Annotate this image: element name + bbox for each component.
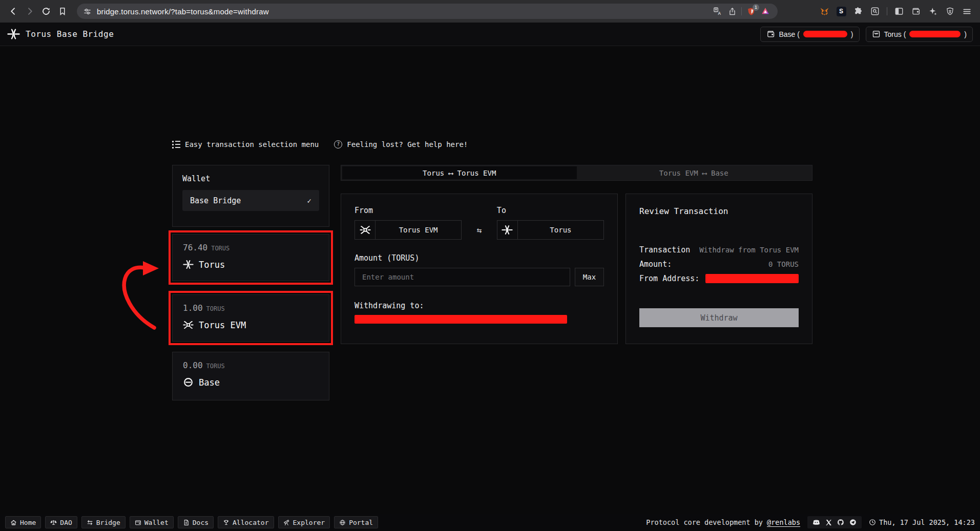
torus-balance: 76.40TORUS xyxy=(183,243,319,252)
leo-ai-icon[interactable] xyxy=(926,5,940,18)
review-row-transaction: Transaction Withdraw from Torus EVM xyxy=(639,245,799,254)
sidebar-icon[interactable] xyxy=(892,5,906,18)
bookmark-icon[interactable] xyxy=(54,3,71,19)
tab-torus-torus-evm[interactable]: Torus ⟷ Torus EVM xyxy=(342,166,577,179)
footer-portal-button[interactable]: Portal xyxy=(334,516,378,528)
clock-icon xyxy=(869,519,876,526)
metamask-icon[interactable] xyxy=(817,5,831,18)
balance-card-torus[interactable]: 76.40TORUS Torus xyxy=(172,234,329,281)
base-wallet-label: Base ( xyxy=(779,30,799,38)
to-value: Torus xyxy=(518,221,603,239)
extension-area: S xyxy=(778,5,974,18)
reload-button[interactable] xyxy=(38,3,54,19)
home-icon xyxy=(10,519,17,526)
balance-card-torus-evm[interactable]: 1.00TORUS Torus EVM xyxy=(172,294,329,342)
hint-row: Easy transaction selection menu ? Feelin… xyxy=(172,138,468,151)
vpn-shield-icon[interactable] xyxy=(943,5,957,18)
token-name: Torus EVM xyxy=(199,320,246,330)
token-name: Base xyxy=(199,377,220,388)
footer-docs-button[interactable]: Docs xyxy=(178,516,214,528)
help-link-label: Feeling lost? Get help here! xyxy=(347,140,468,148)
help-icon: ? xyxy=(334,140,342,148)
solflare-extension-icon[interactable]: S xyxy=(834,5,848,18)
footer-explorer-button[interactable]: Explorer xyxy=(278,516,330,528)
share-icon[interactable] xyxy=(725,5,739,18)
from-label: From xyxy=(355,206,462,215)
bridge-tabs: Torus ⟷ Torus EVM Torus EVM ⟷ Base xyxy=(341,165,812,181)
torus-evm-icon xyxy=(183,320,194,330)
portal-globe-icon xyxy=(339,519,346,526)
credit-text: Protocol core development by @renlabs xyxy=(646,518,800,526)
footer: Home DAO Bridge Wallet Docs Allocator Ex… xyxy=(0,514,980,531)
renlabs-link[interactable]: @renlabs xyxy=(767,518,800,526)
redacted-base-address xyxy=(803,31,847,37)
to-select[interactable]: Torus xyxy=(497,220,604,240)
wallet-option-base-bridge[interactable]: Base Bridge ✓ xyxy=(182,190,319,211)
amount-label: Amount (TORUS) xyxy=(355,253,604,263)
torus-logo xyxy=(7,28,20,40)
tab-torus-evm-base[interactable]: Torus EVM ⟷ Base xyxy=(577,166,811,179)
search-extension-icon[interactable] xyxy=(868,5,882,18)
from-select[interactable]: Torus EVM xyxy=(355,220,462,240)
browser-toolbar: bridge.torus.network/?tab=torus&mode=wit… xyxy=(0,0,980,23)
torus-icon xyxy=(183,259,194,270)
x-icon[interactable] xyxy=(825,519,832,526)
wallet-icon xyxy=(135,519,141,526)
social-links xyxy=(807,516,862,528)
wallet-panel-title: Wallet xyxy=(182,174,319,183)
address-bar[interactable]: bridge.torus.network/?tab=torus&mode=wit… xyxy=(77,4,778,19)
withdraw-button[interactable]: Withdraw xyxy=(639,308,799,327)
review-row-from-address: From Address: xyxy=(639,273,799,283)
url-text[interactable]: bridge.torus.network/?tab=torus&mode=wit… xyxy=(97,7,269,16)
scales-icon xyxy=(50,519,57,526)
wallet-panel: Wallet Base Bridge ✓ xyxy=(172,165,329,227)
footer-home-button[interactable]: Home xyxy=(5,516,41,528)
datetime: Thu, 17 Jul 2025, 14:23 xyxy=(869,518,975,526)
back-button[interactable] xyxy=(5,3,22,19)
from-value: Torus EVM xyxy=(376,221,461,239)
footer-dao-button[interactable]: DAO xyxy=(45,516,77,528)
bridge-swap-icon xyxy=(87,519,93,526)
github-icon[interactable] xyxy=(837,519,844,526)
max-button[interactable]: Max xyxy=(575,268,604,286)
footer-allocator-button[interactable]: Allocator xyxy=(218,516,274,528)
page-title: Torus Base Bridge xyxy=(26,29,114,39)
explorer-telescope-icon xyxy=(283,519,290,526)
list-menu-icon xyxy=(172,141,180,148)
balance-card-base[interactable]: 0.00TORUS Base xyxy=(172,352,329,400)
help-link[interactable]: ? Feeling lost? Get help here! xyxy=(334,140,468,148)
base-wallet-button[interactable]: Base () xyxy=(760,27,859,42)
torus-evm-icon xyxy=(355,221,376,239)
telegram-icon[interactable] xyxy=(849,519,857,526)
token-name: Torus xyxy=(199,260,225,270)
swap-direction-icon[interactable]: ⇆ xyxy=(462,220,497,240)
to-label: To xyxy=(497,206,604,215)
docs-icon xyxy=(183,519,190,526)
forward-button[interactable] xyxy=(22,3,38,19)
extensions-puzzle-icon[interactable] xyxy=(851,5,865,18)
torus-evm-balance: 1.00TORUS xyxy=(183,303,319,313)
brave-rewards-icon[interactable] xyxy=(758,5,773,18)
brave-wallet-icon[interactable] xyxy=(909,5,923,18)
redacted-from-address xyxy=(705,274,799,283)
amount-input[interactable] xyxy=(355,268,570,286)
base-balance: 0.00TORUS xyxy=(183,360,319,370)
footer-bridge-button[interactable]: Bridge xyxy=(81,516,126,528)
translate-icon[interactable]: A xyxy=(711,5,725,18)
brave-shields-icon[interactable]: 1 xyxy=(744,5,758,18)
transfer-form-panel: From Torus EVM ⇆ To xyxy=(341,194,618,344)
review-panel: Review Transaction Transaction Withdraw … xyxy=(625,194,812,344)
site-settings-icon[interactable] xyxy=(83,7,92,16)
torus-wallet-label: Torus ( xyxy=(884,30,906,38)
easy-transaction-menu[interactable]: Easy transaction selection menu xyxy=(172,140,319,148)
amount-value: 0 TORUS xyxy=(768,260,799,268)
torus-wallet-button[interactable]: Torus () xyxy=(866,27,973,42)
review-title: Review Transaction xyxy=(639,206,799,216)
discord-icon[interactable] xyxy=(812,519,820,525)
annotation-arrow xyxy=(114,254,165,331)
torus-icon xyxy=(497,221,518,239)
app-header: Torus Base Bridge Base () Torus () xyxy=(0,23,980,46)
footer-wallet-button[interactable]: Wallet xyxy=(130,516,174,528)
withdrawing-to-label: Withdrawing to: xyxy=(355,301,604,310)
menu-hamburger-icon[interactable] xyxy=(960,5,974,18)
